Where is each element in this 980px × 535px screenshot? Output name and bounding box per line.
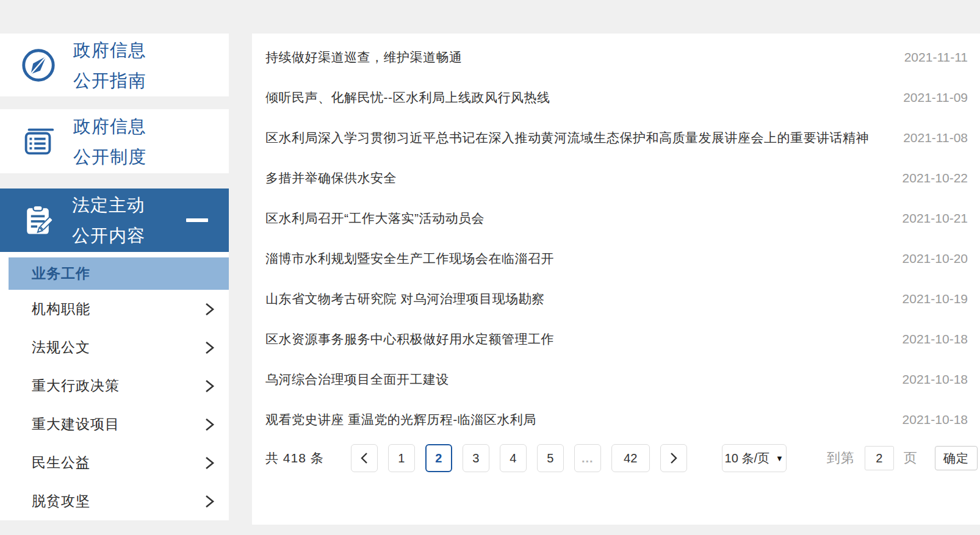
news-title-link[interactable]: 多措并举确保供水安全 bbox=[265, 158, 903, 198]
submenu-item-label: 重大建设项目 bbox=[32, 415, 120, 434]
news-row: 区水利局召开“工作大落实”活动动员会 2021-10-21 bbox=[252, 198, 980, 239]
page-button-4[interactable]: 4 bbox=[500, 444, 527, 472]
sidebar-item-business-work[interactable]: 业务工作 bbox=[9, 257, 229, 290]
sidebar-item-legal-active-disclosure[interactable]: 法定主动 公开内容 bbox=[0, 189, 229, 252]
chevron-right-icon bbox=[203, 340, 215, 356]
compass-icon bbox=[20, 46, 57, 84]
news-date: 2021-11-08 bbox=[903, 131, 968, 145]
chevron-right-icon bbox=[203, 417, 215, 433]
sidebar-item-label: 法定主动 公开内容 bbox=[72, 190, 145, 251]
news-date: 2021-10-18 bbox=[903, 332, 968, 346]
news-date: 2021-10-21 bbox=[903, 211, 968, 226]
sidebar-item-label: 政府信息 公开制度 bbox=[73, 111, 146, 172]
news-date: 2021-10-18 bbox=[903, 372, 968, 387]
page-button-2-active[interactable]: 2 bbox=[425, 444, 452, 472]
sidebar-submenu: 业务工作 机构职能 法规公文 重大行政决策 重大建设项目 民生公 bbox=[0, 252, 229, 520]
news-row: 乌河综合治理项目全面开工建设 2021-10-18 bbox=[252, 359, 980, 400]
submenu-item-label: 重大行政决策 bbox=[32, 376, 120, 395]
page-button-1[interactable]: 1 bbox=[388, 444, 415, 472]
sidebar-item-org-functions[interactable]: 机构职能 bbox=[0, 290, 229, 328]
submenu-item-label: 民生公益 bbox=[32, 453, 90, 472]
news-row: 山东省文物考古研究院 对乌河治理项目现场勘察 2021-10-19 bbox=[252, 279, 980, 319]
sidebar-item-poverty-alleviation[interactable]: 脱贫攻坚 bbox=[0, 482, 229, 520]
page-button-3[interactable]: 3 bbox=[463, 444, 489, 472]
clipboard-pencil-icon bbox=[20, 202, 56, 239]
page-ellipsis-button[interactable]: ... bbox=[574, 444, 601, 472]
page-size-label: 10 条/页 bbox=[725, 450, 769, 467]
news-title-link[interactable]: 山东省文物考古研究院 对乌河治理项目现场勘察 bbox=[265, 279, 903, 319]
news-list-panel: 持续做好渠道巡查，维护渠道畅通 2021-11-11 倾听民声、化解民忧--区水… bbox=[252, 34, 980, 525]
news-row: 观看党史讲座 重温党的光辉历程-临淄区水利局 2021-10-18 bbox=[252, 400, 980, 440]
news-row: 持续做好渠道巡查，维护渠道畅通 2021-11-11 bbox=[252, 37, 980, 77]
minus-icon bbox=[186, 218, 208, 222]
prev-page-button[interactable] bbox=[351, 444, 378, 472]
chevron-right-icon bbox=[203, 494, 215, 509]
news-row: 倾听民声、化解民忧--区水利局上线政风行风热线 2021-11-09 bbox=[252, 77, 980, 118]
news-title-link[interactable]: 持续做好渠道巡查，维护渠道畅通 bbox=[265, 37, 904, 77]
chevron-right-icon bbox=[669, 451, 679, 465]
news-title-link[interactable]: 淄博市水利规划暨安全生产工作现场会在临淄召开 bbox=[265, 239, 903, 279]
chevron-right-icon bbox=[203, 301, 215, 317]
page-size-select[interactable]: 10 条/页 ▼ bbox=[722, 444, 787, 472]
news-date: 2021-10-18 bbox=[903, 412, 968, 427]
page-jump-group: 到第 页 确定 bbox=[827, 446, 978, 470]
news-date: 2021-11-11 bbox=[904, 50, 968, 65]
submenu-item-label: 脱贫攻坚 bbox=[32, 492, 90, 511]
news-date: 2021-11-09 bbox=[903, 90, 968, 105]
next-page-button[interactable] bbox=[660, 444, 687, 472]
notebook-icon bbox=[20, 123, 57, 160]
page-button-5[interactable]: 5 bbox=[537, 444, 564, 472]
news-row: 区水资源事务服务中心积极做好用水定额管理工作 2021-10-18 bbox=[252, 319, 980, 359]
sidebar-item-gov-info-guide[interactable]: 政府信息 公开指南 bbox=[0, 34, 229, 96]
news-date: 2021-10-22 bbox=[903, 171, 968, 185]
news-title-link[interactable]: 区水资源事务服务中心积极做好用水定额管理工作 bbox=[265, 319, 903, 359]
sidebar-item-label: 政府信息 公开指南 bbox=[73, 35, 146, 96]
sidebar-item-gov-info-system[interactable]: 政府信息 公开制度 bbox=[0, 109, 229, 173]
news-date: 2021-10-20 bbox=[903, 251, 968, 266]
chevron-left-icon bbox=[359, 451, 369, 465]
jump-suffix-label: 页 bbox=[904, 449, 918, 467]
news-title-link[interactable]: 乌河综合治理项目全面开工建设 bbox=[265, 359, 903, 400]
page-jump-input[interactable] bbox=[865, 446, 894, 470]
total-count-label: 共 418 条 bbox=[265, 450, 324, 467]
news-title-link[interactable]: 区水利局深入学习贯彻习近平总书记在深入推动黄河流域生态保护和高质量发展讲座会上的… bbox=[265, 118, 903, 158]
sidebar-item-regulations[interactable]: 法规公文 bbox=[0, 328, 229, 367]
sidebar: 政府信息 公开指南 政府信息 公开制度 bbox=[0, 34, 229, 520]
sidebar-item-livelihood-welfare[interactable]: 民生公益 bbox=[0, 443, 229, 482]
submenu-item-label: 法规公文 bbox=[32, 338, 90, 357]
jump-prefix-label: 到第 bbox=[827, 449, 855, 467]
news-row: 多措并举确保供水安全 2021-10-22 bbox=[252, 158, 980, 198]
chevron-right-icon bbox=[203, 378, 215, 394]
chevron-right-icon bbox=[203, 455, 215, 471]
confirm-button[interactable]: 确定 bbox=[935, 446, 978, 470]
dropdown-arrow-icon: ▼ bbox=[776, 454, 784, 463]
news-row: 淄博市水利规划暨安全生产工作现场会在临淄召开 2021-10-20 bbox=[252, 239, 980, 279]
page-button-42[interactable]: 42 bbox=[611, 444, 650, 472]
news-title-link[interactable]: 观看党史讲座 重温党的光辉历程-临淄区水利局 bbox=[265, 400, 903, 440]
sidebar-item-major-admin-decisions[interactable]: 重大行政决策 bbox=[0, 367, 229, 405]
pagination-bar: 共 418 条 1 2 3 4 5 ... 42 10 条/页 ▼ 到第 页 确… bbox=[252, 443, 980, 473]
sidebar-item-major-construction[interactable]: 重大建设项目 bbox=[0, 405, 229, 443]
submenu-item-label: 机构职能 bbox=[32, 300, 90, 318]
news-title-link[interactable]: 倾听民声、化解民忧--区水利局上线政风行风热线 bbox=[265, 77, 903, 118]
news-date: 2021-10-19 bbox=[903, 292, 968, 306]
news-title-link[interactable]: 区水利局召开“工作大落实”活动动员会 bbox=[265, 198, 903, 239]
news-row: 区水利局深入学习贯彻习近平总书记在深入推动黄河流域生态保护和高质量发展讲座会上的… bbox=[252, 118, 980, 158]
